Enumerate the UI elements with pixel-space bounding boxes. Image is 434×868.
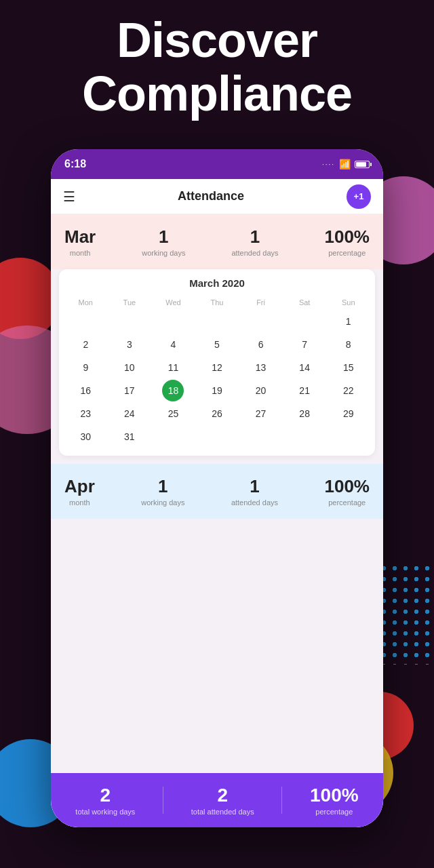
bottom-bar: 2 total working days 2 total attended da… bbox=[51, 773, 383, 827]
calendar-day[interactable]: 4 bbox=[152, 334, 195, 355]
april-card: Apr month 1 working days 1 attended days… bbox=[51, 464, 383, 519]
calendar-day[interactable]: 30 bbox=[64, 426, 107, 448]
status-icons: ···· 📶 bbox=[322, 159, 370, 170]
march-percentage-stat: 100% percentage bbox=[324, 226, 370, 257]
calendar-day[interactable]: 23 bbox=[64, 403, 107, 425]
bottom-divider-1 bbox=[163, 787, 163, 814]
calendar-day[interactable]: 14 bbox=[283, 357, 326, 378]
battery-icon bbox=[355, 161, 370, 168]
calendar-day[interactable]: 10 bbox=[108, 357, 151, 378]
calendar-header: Fri bbox=[239, 296, 282, 309]
march-attended-label: attended days bbox=[231, 249, 278, 257]
calendar-day bbox=[239, 426, 282, 448]
march-card: Mar month 1 working days 1 attended days… bbox=[51, 214, 383, 269]
calendar-day[interactable]: 21 bbox=[283, 380, 326, 401]
calendar-day[interactable]: 29 bbox=[327, 403, 370, 425]
april-working-stat: 1 working days bbox=[141, 476, 184, 507]
calendar-day[interactable]: 13 bbox=[239, 357, 282, 378]
april-attended-label: attended days bbox=[231, 498, 278, 507]
calendar-day bbox=[152, 311, 195, 332]
april-month-stat: Apr month bbox=[64, 476, 95, 507]
calendar-day[interactable]: 31 bbox=[108, 426, 151, 448]
calendar-day[interactable]: 3 bbox=[108, 334, 151, 355]
calendar-day bbox=[196, 311, 239, 332]
calendar-header: Sun bbox=[327, 296, 370, 309]
calendar-day[interactable]: 11 bbox=[152, 357, 195, 378]
april-percentage-stat: 100% percentage bbox=[324, 476, 370, 507]
march-month-stat: Mar month bbox=[64, 226, 96, 257]
calendar-day[interactable]: 6 bbox=[239, 334, 282, 355]
april-percentage-label: percentage bbox=[328, 498, 366, 507]
add-badge-button[interactable]: +1 bbox=[347, 184, 371, 209]
wifi-icon: 📶 bbox=[339, 159, 351, 170]
total-attended-label: total attended days bbox=[191, 808, 254, 816]
status-time: 6:18 bbox=[64, 158, 86, 170]
bottom-divider-2 bbox=[281, 787, 282, 814]
march-percentage-value: 100% bbox=[324, 226, 370, 248]
calendar-day[interactable]: 17 bbox=[108, 380, 151, 401]
calendar-header: Thu bbox=[196, 296, 239, 309]
april-attended-stat: 1 attended days bbox=[231, 476, 278, 507]
calendar-day bbox=[196, 426, 239, 448]
total-working-value: 2 bbox=[100, 785, 111, 806]
total-percentage-stat: 100% percentage bbox=[310, 785, 359, 816]
calendar-day[interactable]: 19 bbox=[196, 380, 239, 401]
calendar-day[interactable]: 18 bbox=[162, 380, 184, 401]
status-bar: 6:18 ···· 📶 bbox=[51, 149, 383, 179]
total-attended-value: 2 bbox=[217, 785, 228, 806]
calendar-day[interactable]: 7 bbox=[283, 334, 326, 355]
april-working-value: 1 bbox=[158, 476, 167, 497]
calendar-day[interactable]: 9 bbox=[64, 357, 107, 378]
signal-dots: ···· bbox=[322, 161, 335, 168]
app-header: ☰ Attendance +1 bbox=[51, 179, 383, 214]
calendar-day bbox=[283, 426, 326, 448]
calendar-day[interactable]: 2 bbox=[64, 334, 107, 355]
total-working-stat: 2 total working days bbox=[75, 785, 135, 816]
march-attended-stat: 1 attended days bbox=[231, 226, 278, 257]
calendar-day bbox=[108, 311, 151, 332]
calendar-day[interactable]: 27 bbox=[239, 403, 282, 425]
total-percentage-value: 100% bbox=[310, 785, 359, 806]
calendar-day[interactable]: 25 bbox=[152, 403, 195, 425]
march-month-label: month bbox=[70, 249, 91, 257]
april-percentage-value: 100% bbox=[324, 476, 370, 497]
calendar-header: Sat bbox=[283, 296, 326, 309]
title-line2: Compliance bbox=[0, 67, 434, 121]
phone-content: Mar month 1 working days 1 attended days… bbox=[51, 214, 383, 827]
april-working-label: working days bbox=[141, 498, 184, 507]
march-working-value: 1 bbox=[159, 226, 168, 248]
calendar-day[interactable]: 8 bbox=[327, 334, 370, 355]
calendar-day[interactable]: 12 bbox=[196, 357, 239, 378]
march-working-label: working days bbox=[142, 249, 185, 257]
march-attended-value: 1 bbox=[250, 226, 260, 248]
total-percentage-label: percentage bbox=[315, 808, 353, 816]
calendar-day[interactable]: 16 bbox=[64, 380, 107, 401]
calendar-day[interactable]: 22 bbox=[327, 380, 370, 401]
total-attended-stat: 2 total attended days bbox=[191, 785, 254, 816]
calendar-day[interactable]: 26 bbox=[196, 403, 239, 425]
april-month-value: Apr bbox=[64, 476, 95, 497]
calendar-day[interactable]: 20 bbox=[239, 380, 282, 401]
march-percentage-label: percentage bbox=[328, 249, 366, 257]
calendar-wrapper: March 2020 MonTueWedThuFriSatSun12345678… bbox=[59, 269, 375, 456]
calendar-grid: MonTueWedThuFriSatSun1234567891011121314… bbox=[64, 296, 370, 448]
calendar-day[interactable]: 5 bbox=[196, 334, 239, 355]
calendar-header: Mon bbox=[64, 296, 107, 309]
calendar-header: Tue bbox=[108, 296, 151, 309]
march-working-stat: 1 working days bbox=[142, 226, 185, 257]
bottom-space bbox=[51, 519, 383, 773]
calendar-day[interactable]: 28 bbox=[283, 403, 326, 425]
march-month-value: Mar bbox=[64, 226, 96, 248]
hero-title: Discover Compliance bbox=[0, 14, 434, 121]
calendar-title: March 2020 bbox=[64, 277, 370, 289]
calendar-day bbox=[283, 311, 326, 332]
calendar-day[interactable]: 15 bbox=[327, 357, 370, 378]
title-line1: Discover bbox=[0, 14, 434, 67]
calendar-day[interactable]: 1 bbox=[327, 311, 370, 332]
calendar-day bbox=[152, 426, 195, 448]
total-working-label: total working days bbox=[75, 808, 135, 816]
hamburger-icon[interactable]: ☰ bbox=[63, 189, 75, 205]
calendar-day bbox=[64, 311, 107, 332]
calendar-header: Wed bbox=[152, 296, 195, 309]
calendar-day[interactable]: 24 bbox=[108, 403, 151, 425]
